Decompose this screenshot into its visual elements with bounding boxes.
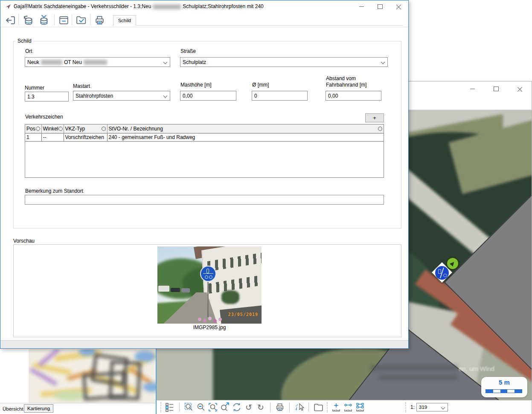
add-verkehrszeichen-button[interactable]: +	[365, 113, 384, 122]
preview-photo[interactable]: 23/05/2019	[157, 246, 262, 324]
tab-schild[interactable]: Schild	[113, 15, 136, 26]
zoom-selection-button[interactable]	[183, 401, 195, 413]
activate-windows-watermark	[378, 375, 457, 380]
close-icon	[396, 4, 401, 9]
verkehrszeichen-table: Pos Winkel VKZ-Typ StVO-Nr. / Bezeichnun…	[25, 124, 384, 178]
aerial-shape	[157, 345, 213, 400]
nummer-label: Nummer	[25, 85, 44, 91]
bemerkung-input[interactable]	[25, 195, 384, 205]
maximize-icon	[378, 4, 383, 9]
map-minimize-button[interactable]	[468, 85, 477, 93]
zoom-window-button[interactable]	[207, 401, 219, 413]
photo-datestamp: 23/05/2019	[228, 312, 258, 317]
strasse-combobox[interactable]: Schulplatz	[180, 57, 388, 67]
zoom-dynamic-button[interactable]	[219, 401, 231, 413]
toolbar-grip	[405, 402, 406, 412]
print-map-button[interactable]	[274, 401, 286, 413]
minimap-green	[53, 391, 87, 400]
dialog-statusbar	[0, 340, 408, 348]
overview-minimap[interactable]	[29, 349, 156, 403]
photo-windows	[207, 252, 262, 272]
cell-stvo: 240 - gemeinsamer Fuß- und Radweg	[107, 133, 384, 142]
chevron-down-icon	[381, 60, 385, 64]
toolbar-grip	[160, 402, 161, 412]
toolbar-grip	[327, 402, 328, 412]
undo-button[interactable]: ↺	[243, 401, 255, 413]
nummer-input[interactable]	[25, 92, 69, 101]
abstand-input[interactable]	[326, 91, 381, 101]
sachdaten-dialog: Gaja®Matrix Sachdateneingabe - Verkehrss…	[0, 0, 409, 349]
ort-value: OT Neu	[64, 59, 82, 65]
table-row[interactable]: 1 -- Vorschriftzeichen 240 - gemeinsamer…	[25, 133, 384, 142]
redacted-text	[153, 4, 181, 9]
dialog-title: Gaja®Matrix Sachdateneingabe - Verkehrss…	[14, 0, 264, 12]
durchmesser-label: Ø [mm]	[252, 82, 269, 88]
undo-icon: ↺	[245, 403, 252, 411]
dialog-minimize-button[interactable]	[352, 0, 371, 12]
mastart-combobox[interactable]: Stahlrohrpfosten	[73, 91, 170, 101]
ort-combobox[interactable]: Neuk OT Neu	[25, 57, 170, 67]
db-apply-button[interactable]	[38, 14, 50, 26]
zoom-out-button[interactable]	[195, 401, 207, 413]
toolbar-separator	[179, 402, 180, 412]
sort-indicator-icon	[58, 127, 63, 131]
scalebar-segments	[485, 389, 522, 393]
toolbar-separator	[90, 14, 90, 25]
open-folder-button[interactable]	[312, 401, 324, 413]
groupbox-label: Schild	[16, 38, 33, 44]
record-window-button[interactable]	[58, 14, 70, 26]
db-reload-button[interactable]	[22, 14, 34, 26]
activate-windows-watermark-fragment: en, um Wind	[459, 365, 494, 372]
info-cursor-icon: i	[294, 402, 304, 412]
sort-indicator-icon	[378, 127, 382, 131]
sign-bike-wheel	[209, 275, 212, 279]
map-close-button[interactable]	[515, 85, 525, 93]
minimap-water	[143, 382, 156, 392]
exit-icon	[5, 14, 16, 26]
zoom-out-icon	[196, 402, 206, 412]
col-header-vkz-typ[interactable]: VKZ-Typ	[64, 124, 107, 133]
dialog-close-button[interactable]	[390, 0, 408, 12]
bemerkung-label: Bemerkung zum Standort	[25, 188, 83, 194]
measure-point-button[interactable]	[330, 401, 342, 413]
tab-kartierung[interactable]: Kartierung	[24, 404, 53, 413]
minimap-boundary	[109, 360, 142, 400]
validate-folder-button[interactable]	[75, 14, 87, 26]
measure-line-button[interactable]	[342, 401, 354, 413]
map-scalebar: 5 m	[481, 377, 527, 397]
print-button[interactable]	[93, 14, 105, 26]
printer-icon	[94, 14, 105, 26]
measure-area-button[interactable]	[354, 401, 366, 413]
sign-marker-symbol[interactable]	[435, 266, 449, 280]
minimap-water	[134, 351, 156, 362]
redo-button[interactable]: ↻	[255, 401, 267, 413]
exit-record-button[interactable]	[4, 14, 16, 26]
svg-text:i: i	[296, 406, 297, 411]
dialog-maximize-button[interactable]	[371, 0, 390, 12]
info-select-button[interactable]: i	[293, 401, 305, 413]
legend-button[interactable]	[164, 401, 176, 413]
photo-direction-marker[interactable]	[446, 257, 459, 270]
photo-traffic-sign-240	[200, 266, 216, 282]
overview-panel: Übersicht Kartierung	[0, 349, 157, 414]
redacted-text	[84, 60, 107, 65]
masthoehe-input[interactable]	[180, 91, 236, 101]
tab-uebersicht[interactable]: Übersicht	[3, 406, 23, 411]
scalebar-label: 5 m	[481, 379, 527, 386]
map-scale-select[interactable]: 319	[416, 403, 448, 411]
col-header-winkel[interactable]: Winkel	[41, 124, 64, 133]
chevron-down-icon	[441, 405, 445, 409]
desktop: en, um Wind 5 m	[0, 0, 532, 414]
strasse-value: Schulplatz	[183, 59, 206, 65]
col-header-pos[interactable]: Pos	[25, 124, 41, 133]
col-header-stvo[interactable]: StVO-Nr. / Bezeichnung	[107, 124, 384, 133]
toolbar-separator	[289, 402, 290, 412]
photo-flowers	[198, 318, 201, 321]
refresh-button[interactable]	[231, 401, 243, 413]
durchmesser-input[interactable]	[252, 91, 308, 101]
table-header-row: Pos Winkel VKZ-Typ StVO-Nr. / Bezeichnun…	[25, 124, 384, 133]
activate-windows-watermark	[370, 365, 457, 371]
refresh-icon	[232, 402, 242, 412]
map-maximize-button[interactable]	[491, 85, 501, 93]
window-minus-icon	[58, 14, 70, 26]
